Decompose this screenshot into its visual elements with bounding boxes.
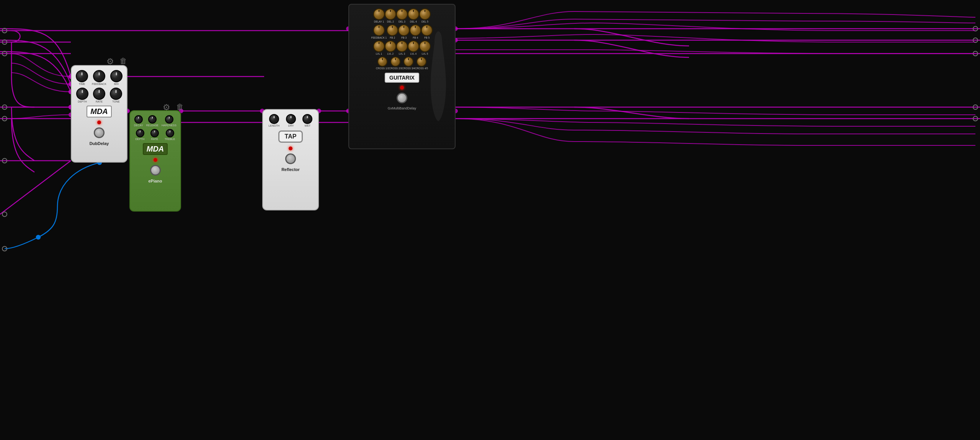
epiano-name: ePiano xyxy=(148,179,162,183)
knob-time[interactable]: TIME xyxy=(76,70,88,85)
knob-dry[interactable]: DRY xyxy=(286,114,296,127)
svg-point-17 xyxy=(973,51,978,56)
knob-lvl3[interactable]: LVL 3 xyxy=(396,41,408,55)
knob-wet[interactable]: WET xyxy=(302,114,312,127)
knob-fb3[interactable]: FB 3 xyxy=(398,24,410,39)
gx-feedback-row: FEEDBACK 1 FB 2 FB 3 FB 4 FB 5 xyxy=(371,24,433,39)
gx-footswitch[interactable] xyxy=(397,93,407,103)
knob-depth[interactable]: DEPTH xyxy=(76,88,88,103)
svg-point-32 xyxy=(2,246,7,251)
svg-point-13 xyxy=(2,158,7,163)
dubdelay-pedal: TIME FEEDBACK MIX DEPTH RATE TONE MDA Du… xyxy=(71,65,127,163)
gx-delay-row: DELAY 1 DEL 2 DEL 3 DEL 4 DEL 5 xyxy=(373,8,431,23)
epiano-footswitch[interactable] xyxy=(150,165,161,176)
knob-hardness[interactable]: HARDNESS xyxy=(162,115,176,127)
epiano-pedal: DECAY RELEASE HARDNESS DEPTH RATE TREBLE… xyxy=(129,110,181,212)
svg-point-18 xyxy=(973,105,978,109)
knob-cross23[interactable]: CROSS 2/3 xyxy=(389,57,402,70)
tap-button[interactable]: TAP xyxy=(278,130,303,143)
knob-lvl4[interactable]: LVL 4 xyxy=(408,41,419,55)
knob-cross12[interactable]: CROSS 1/2 xyxy=(376,57,389,70)
knob-delay1[interactable]: DELAY 1 xyxy=(373,8,385,23)
knob-depth-ep[interactable]: DEPTH xyxy=(136,129,145,140)
reflector-led xyxy=(289,147,292,150)
knob-treble[interactable]: TREBLE xyxy=(165,129,175,140)
dubdelay-footswitch[interactable] xyxy=(94,127,105,138)
knob-del2[interactable]: DEL 2 xyxy=(385,8,396,23)
epiano-brand: MDA xyxy=(143,143,168,155)
knob-feedback[interactable]: FEEDBACK xyxy=(92,70,106,85)
reflector-name: Reflector xyxy=(281,167,300,172)
svg-point-19 xyxy=(973,116,978,121)
svg-point-14 xyxy=(2,212,7,217)
knob-del3[interactable]: DEL 3 xyxy=(396,8,408,23)
gx-level-row: LVL 1 LVL 2 LVL 3 LVL 4 LVL 5 xyxy=(373,41,431,55)
knob-del4[interactable]: DEL 4 xyxy=(408,8,419,23)
knob-mix[interactable]: MIX xyxy=(110,70,122,85)
knob-fb4[interactable]: FB 4 xyxy=(410,24,421,39)
knob-release[interactable]: RELEASE xyxy=(146,115,158,127)
gx-pedal: DELAY 1 DEL 2 DEL 3 DEL 4 DEL 5 FEEDBACK… xyxy=(348,4,456,149)
svg-point-16 xyxy=(973,38,978,42)
trash-icon-dubdelay[interactable]: 🗑 xyxy=(119,57,127,65)
epiano-led xyxy=(154,158,157,162)
reflector-pedal: LENGTH DRY WET TAP Reflector xyxy=(262,109,319,210)
knob-tone[interactable]: TONE xyxy=(110,88,122,103)
svg-point-12 xyxy=(2,116,7,121)
gx-cross-row: CROSS 1/2 CROSS 2/3 CROSS 3/4 CROSS 4/5 xyxy=(376,57,428,70)
svg-point-10 xyxy=(2,51,7,56)
svg-point-11 xyxy=(2,105,7,109)
knob-rate-ep[interactable]: RATE xyxy=(150,129,159,140)
knob-length[interactable]: LENGTH xyxy=(269,114,279,127)
dubdelay-led xyxy=(97,121,101,124)
knob-cross45[interactable]: CROSS 4/5 xyxy=(415,57,428,70)
knob-cross34[interactable]: CROSS 3/4 xyxy=(402,57,415,70)
knob-decay[interactable]: DECAY xyxy=(134,115,143,127)
gx-brand-label: GUITARIX xyxy=(385,73,419,83)
knob-del5[interactable]: DEL 5 xyxy=(419,8,431,23)
gx-led xyxy=(400,86,404,90)
svg-point-15 xyxy=(973,26,978,31)
svg-point-8 xyxy=(2,28,7,33)
knob-fb2[interactable]: FB 2 xyxy=(387,24,398,39)
svg-point-30 xyxy=(36,235,40,239)
svg-line-3 xyxy=(0,161,71,214)
gx-name: GxMultiBandDelay xyxy=(388,106,416,110)
knob-lvl1[interactable]: LVL 1 xyxy=(373,41,385,55)
knob-rate[interactable]: RATE xyxy=(93,88,105,103)
knob-lvl2[interactable]: LVL 2 xyxy=(385,41,396,55)
reflector-footswitch[interactable] xyxy=(285,153,296,164)
knob-fb1[interactable]: FEEDBACK 1 xyxy=(371,24,387,39)
dubdelay-brand: MDA xyxy=(87,106,112,117)
svg-point-9 xyxy=(2,40,7,44)
dubdelay-name: DubDelay xyxy=(90,141,109,146)
